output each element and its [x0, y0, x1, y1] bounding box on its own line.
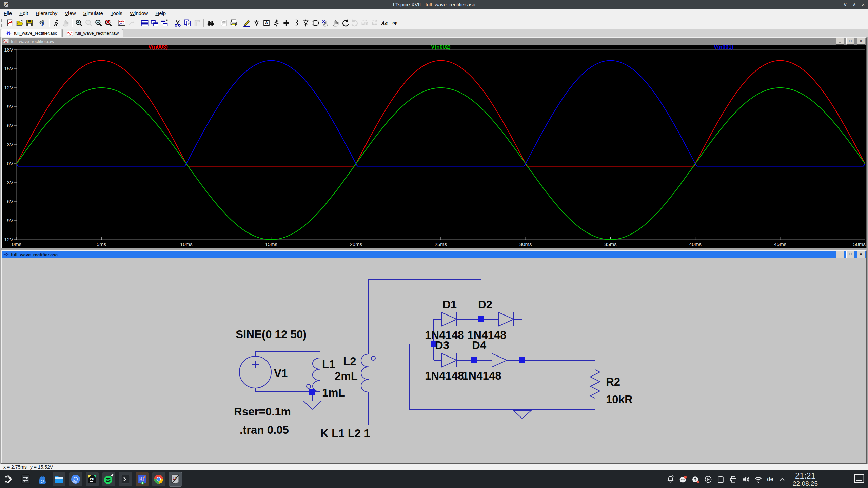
- mark-data-point-button[interactable]: [126, 18, 136, 28]
- cut-button[interactable]: [173, 18, 182, 28]
- tab-schematic[interactable]: full_wave_rectifier.asc: [1, 29, 61, 37]
- menu-window[interactable]: Window: [126, 9, 152, 17]
- waveform-window-titlebar[interactable]: full_wave_rectifier.raw _ □ ×: [2, 38, 866, 45]
- diode-d4[interactable]: [492, 353, 507, 367]
- schematic-label-sine-directive[interactable]: SINE(0 12 50): [236, 328, 307, 341]
- tile-vertical-button[interactable]: [150, 18, 159, 28]
- plot-settings-button[interactable]: [117, 18, 126, 28]
- net-label-button[interactable]: A: [261, 18, 271, 28]
- resistor-r2[interactable]: [590, 360, 600, 409]
- print-preview-button[interactable]: [219, 18, 229, 28]
- inductor-l1[interactable]: [307, 352, 320, 392]
- tile-horizontal-button[interactable]: [140, 18, 150, 28]
- schematic-label-l1-name[interactable]: L1: [322, 358, 335, 370]
- run-button[interactable]: [51, 18, 61, 28]
- schematic-label-r2-value[interactable]: 10kR: [606, 393, 633, 406]
- move-button[interactable]: [320, 18, 330, 28]
- wire-button[interactable]: [242, 18, 252, 28]
- save-button[interactable]: [24, 18, 34, 28]
- taskbar-app-terminal[interactable]: [119, 472, 132, 486]
- tray-discord-icon[interactable]: [679, 475, 687, 483]
- new-schematic-button[interactable]: [5, 18, 15, 28]
- schematic-label-l2-name[interactable]: L2: [343, 355, 356, 367]
- tray-printer-icon[interactable]: [729, 475, 737, 483]
- tray-updates-icon[interactable]: [692, 475, 699, 483]
- undo-button[interactable]: [340, 18, 350, 28]
- tray-notifications-icon[interactable]: [667, 475, 674, 483]
- tab-waveform[interactable]: full_wave_rectifier.raw: [62, 29, 123, 37]
- taskbar-app-app-launcher[interactable]: [3, 472, 16, 486]
- schematic-label-k-directive[interactable]: K L1 L2 1: [320, 427, 370, 440]
- rotate-button[interactable]: E∃: [370, 18, 379, 28]
- taskbar-app-file-manager[interactable]: [53, 472, 65, 486]
- waveform-plot-area[interactable]: 18V15V12V9V6V3V0V-3V-6V-9V-12V0ms5ms10ms…: [2, 45, 866, 248]
- taskbar-app-chromium[interactable]: [69, 472, 82, 486]
- close-button[interactable]: ×: [862, 2, 865, 7]
- cascade-windows-button[interactable]: [159, 18, 169, 28]
- trace-label-V(n002)[interactable]: V(n002): [431, 45, 451, 50]
- taskbar-app-spotify[interactable]: [102, 472, 115, 486]
- schematic-label-d2-name[interactable]: D2: [478, 298, 492, 311]
- text-button[interactable]: Aa: [379, 18, 389, 28]
- clock[interactable]: 21:21 22.08.25: [793, 471, 818, 487]
- diode-d2[interactable]: [499, 312, 514, 326]
- title-bar[interactable]: LT LTspice XVII - full_wave_rectifier.as…: [0, 0, 868, 9]
- component-button[interactable]: [311, 18, 320, 28]
- menu-simulate[interactable]: Simulate: [80, 9, 107, 17]
- tray-media-play-icon[interactable]: [704, 475, 712, 483]
- taskbar-app-settings[interactable]: [19, 472, 32, 486]
- menu-help[interactable]: Help: [152, 9, 170, 17]
- spice-directive-button[interactable]: .op: [389, 18, 399, 28]
- redo-button[interactable]: [350, 18, 360, 28]
- schematic-label-d4-value[interactable]: 1N4148: [462, 369, 501, 382]
- zoom-out-button[interactable]: [94, 18, 103, 28]
- show-desktop-button[interactable]: [852, 473, 866, 485]
- halt-button[interactable]: [61, 18, 71, 28]
- inductor-button[interactable]: [291, 18, 301, 28]
- schematic-label-l1-value[interactable]: 1mL: [322, 386, 345, 399]
- toolbar-grip[interactable]: [1, 19, 3, 27]
- menu-file[interactable]: File: [0, 9, 16, 17]
- mirror-button[interactable]: Em: [360, 18, 370, 28]
- schematic-label-d3-value[interactable]: 1N4148: [425, 369, 464, 382]
- schematic-label-v1-name[interactable]: V1: [274, 367, 288, 380]
- ground-button[interactable]: [252, 18, 261, 28]
- menu-view[interactable]: View: [61, 9, 79, 17]
- zoom-full-extents-button[interactable]: [103, 18, 113, 28]
- minimize-button[interactable]: ∨: [843, 2, 847, 8]
- wires[interactable]: [255, 279, 595, 425]
- schematic-label-d4-name[interactable]: D4: [472, 339, 487, 351]
- taskbar-app-pycharm[interactable]: PC: [86, 472, 99, 486]
- control-panel-button[interactable]: [38, 18, 47, 28]
- trace-label-V(n001)[interactable]: V(n001): [714, 45, 733, 50]
- taskbar-app-kicad[interactable]: Ki: [136, 472, 149, 486]
- maximize-button[interactable]: □: [846, 251, 854, 258]
- maximize-button[interactable]: □: [846, 38, 854, 45]
- zoom-in-button[interactable]: [74, 18, 84, 28]
- menu-tools[interactable]: Tools: [107, 9, 126, 17]
- tray-volume-icon[interactable]: [742, 475, 750, 483]
- schematic-window-titlebar[interactable]: full_wave_rectifier.asc _ □ ×: [2, 251, 866, 258]
- schematic-label-rser-param[interactable]: Rser=0.1m: [234, 405, 291, 418]
- maximize-button[interactable]: ∧: [852, 2, 856, 8]
- close-button[interactable]: ×: [857, 38, 865, 45]
- diode-d3[interactable]: [442, 353, 457, 367]
- resistor-button[interactable]: [271, 18, 281, 28]
- schematic-label-tran-directive[interactable]: .tran 0.05: [240, 424, 289, 436]
- taskbar-app-chrome[interactable]: [152, 472, 165, 486]
- tray-clipboard-icon[interactable]: [717, 475, 725, 483]
- open-button[interactable]: [15, 18, 24, 28]
- print-button[interactable]: [229, 18, 238, 28]
- taskbar-app-ltspice[interactable]: LT: [169, 472, 182, 486]
- drag-button[interactable]: [330, 18, 340, 28]
- voltage-source-v1[interactable]: [239, 356, 271, 388]
- close-button[interactable]: ×: [857, 251, 865, 258]
- chevron-up-icon[interactable]: [778, 475, 786, 483]
- menu-hierarchy[interactable]: Hierarchy: [32, 9, 61, 17]
- tray-network-icon[interactable]: [754, 475, 762, 483]
- schematic-label-r2-name[interactable]: R2: [606, 375, 620, 388]
- ground-symbol[interactable]: [513, 410, 531, 419]
- schematic-label-d3-name[interactable]: D3: [435, 339, 449, 351]
- minimize-button[interactable]: _: [836, 251, 844, 258]
- find-button[interactable]: [205, 18, 215, 28]
